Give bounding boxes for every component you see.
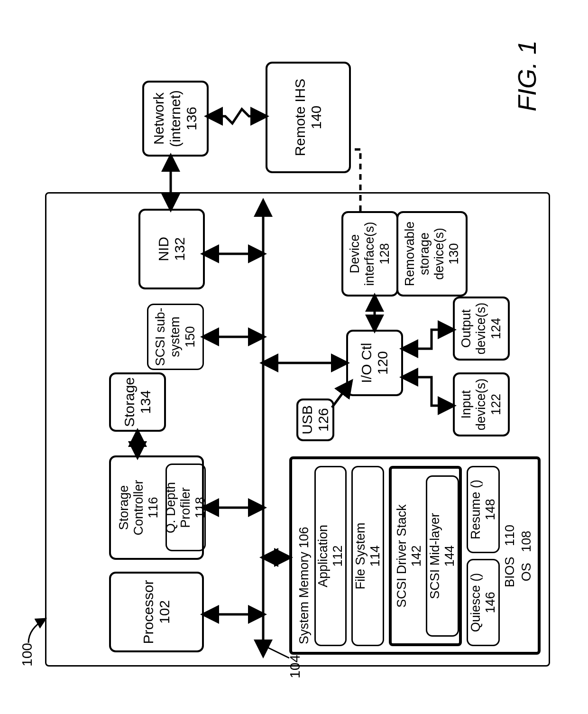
network-box: Network (internet) 136 (142, 81, 209, 157)
in-l1: Input (459, 390, 474, 418)
system-memory-box: System Memory 106 Application 112 File S… (289, 456, 541, 655)
app-l1: Application (316, 525, 331, 587)
di-l3: 128 (377, 243, 392, 264)
in-l3: 122 (489, 394, 504, 415)
bios-l1: BIOS (503, 557, 517, 588)
net-l2: (internet) (167, 90, 184, 147)
fs-l2: 114 (368, 545, 383, 566)
rs-l1: Removable (403, 222, 417, 287)
sc-l2: 116 (146, 497, 161, 518)
out-l1: Output (459, 309, 474, 348)
sysmem-l1: System Memory 106 (297, 527, 312, 644)
output-devices-box: Output device(s) 124 (453, 297, 510, 361)
remote-l1: Remote IHS (292, 79, 309, 156)
nid-l2: 132 (172, 237, 188, 261)
net-l1: Network (151, 93, 167, 145)
usb-l1: USB (299, 405, 316, 435)
qdp-l2: 118 (193, 497, 208, 518)
bios-l2: 110 (503, 525, 517, 546)
rs-l2: storage (417, 232, 432, 275)
q-depth-profiler-box: Q. Depth Profiler 118 (165, 464, 206, 552)
io-ctl-box: I/O Ctl 120 (346, 330, 403, 396)
sml-l2: 144 (442, 545, 457, 566)
usb-box: USB 126 (296, 399, 334, 441)
remote-l2: 140 (308, 105, 325, 129)
ioc-l1: I/O Ctl (358, 343, 375, 383)
net-l3: 136 (184, 107, 200, 130)
scsisub-l3: 150 (183, 326, 198, 347)
storage-l2: 134 (138, 390, 154, 414)
r-l1: Resume () (469, 480, 483, 539)
ioc-l2: 120 (375, 351, 391, 375)
r-l2: 148 (483, 499, 498, 520)
ref-100-text: 100 (19, 643, 35, 667)
storage-l1: Storage (121, 377, 138, 427)
application-box: Application 112 (314, 466, 347, 646)
figure-label: FIG. 1 (512, 40, 542, 111)
device-interfaces-box: Device interface(s) 128 (341, 211, 398, 297)
rs-l4: 130 (447, 243, 461, 264)
sc-l1: Storage Controller (117, 457, 146, 558)
resume-box: Resume () 148 (467, 466, 500, 553)
scsi-subsystem-box: SCSI sub- system 150 (147, 304, 204, 370)
processor-box: Processor 102 (109, 572, 204, 652)
sds-l1: SCSI Driver Stack (395, 504, 409, 608)
os-l2: 108 (519, 531, 533, 552)
quiesce-box: Quiesce () 146 (467, 559, 500, 646)
ref-104: 104 (287, 655, 303, 678)
scsi-driver-stack-box: SCSI Driver Stack 142 SCSI Mid-layer 144 (389, 466, 462, 646)
scsisub-l2: system (168, 316, 183, 357)
di-l1: Device (348, 234, 362, 274)
file-system-box: File System 114 (351, 466, 384, 646)
q-l2: 146 (483, 592, 498, 613)
app-l2: 112 (331, 545, 345, 566)
di-l2: interface(s) (362, 222, 377, 286)
out-l2: device(s) (474, 303, 488, 355)
usb-l2: 126 (315, 408, 332, 432)
remote-ihs-box: Remote IHS 140 (266, 62, 351, 173)
scsisub-l1: SCSI sub- (153, 307, 168, 366)
storage-controller-box: Storage Controller 116 Q. Depth Profiler… (109, 455, 204, 560)
sds-l2: 142 (409, 545, 424, 566)
in-l2: device(s) (474, 379, 488, 431)
nid-l1: NID (156, 237, 172, 261)
processor-l1: Processor (140, 580, 157, 644)
ref-100: 100 (19, 643, 35, 667)
ref-104-text: 104 (287, 655, 303, 678)
scsi-mid-layer-box: SCSI Mid-layer 144 (426, 475, 459, 637)
os-l1: OS (519, 563, 533, 581)
fs-l1: File System (353, 522, 368, 589)
processor-l2: 102 (156, 600, 173, 624)
input-devices-box: Input device(s) 122 (453, 372, 510, 436)
q-l1: Quiesce () (469, 573, 483, 632)
removable-storage-box: Removable storage device(s) 130 (396, 211, 468, 297)
nid-box: NID 132 (138, 209, 205, 289)
storage-box: Storage 134 (109, 372, 166, 432)
out-l3: 124 (489, 318, 504, 339)
sml-l1: SCSI Mid-layer (428, 513, 442, 599)
rs-l3: device(s) (432, 228, 447, 280)
qdp-l1: Q. Depth Profiler (164, 465, 193, 550)
